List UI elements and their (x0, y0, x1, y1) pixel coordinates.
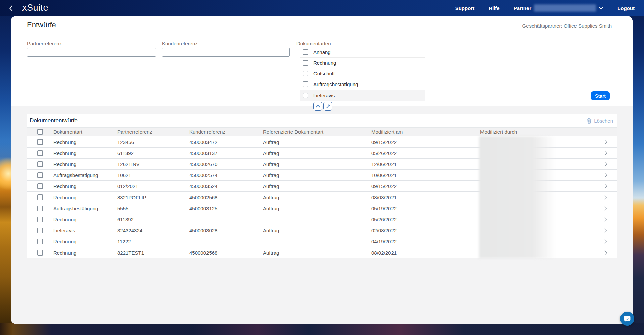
row-checkbox[interactable] (37, 161, 43, 167)
cell-dokumentart: Rechnung (53, 217, 117, 222)
chevron-down-icon (599, 7, 603, 10)
row-checkbox[interactable] (37, 172, 43, 178)
row-checkbox[interactable] (37, 239, 43, 244)
cell-referenzierte-dokumentart: Auftrag (263, 172, 371, 178)
chevron-right-icon (604, 239, 607, 244)
logout-link[interactable]: Logout (617, 5, 635, 11)
column-header-partnerreferenz: Partnerreferenz (117, 129, 189, 135)
table-row[interactable]: Rechnung61139205/26/2022 (27, 214, 617, 225)
delete-button-label: Löschen (594, 118, 613, 124)
chat-bubble-smile-icon (623, 315, 631, 323)
table-row[interactable]: Rechnung6113924500003137Auftrag05/26/202… (27, 148, 617, 159)
cell-partnerreferenz: 8321POFLIP (117, 194, 189, 200)
cell-dokumentart: Rechnung (53, 194, 117, 200)
chevron-left-icon (9, 5, 13, 11)
cell-dokumentart: Lieferavis (53, 228, 117, 233)
chat-launcher-button[interactable] (620, 312, 634, 326)
cell-partnerreferenz: 123456 (117, 139, 189, 145)
partner-name-redacted (534, 4, 596, 12)
cell-partnerreferenz: 611392 (117, 150, 189, 156)
doc-type-item[interactable]: Auftragsbestätigung (300, 79, 425, 90)
doc-type-label: Lieferavis (313, 93, 335, 98)
chevron-right-icon (604, 250, 607, 255)
cell-referenzierte-dokumentart: Auftrag (263, 150, 371, 156)
cell-kundenreferenz: 4500002568 (189, 194, 263, 200)
cell-partnerreferenz: 324324324 (117, 228, 189, 233)
main-panel: Entwürfe Geschäftspartner: Office Suppli… (11, 16, 633, 324)
cell-dokumentart: Rechnung (53, 150, 117, 156)
select-all-checkbox[interactable] (37, 129, 43, 135)
doc-type-item[interactable]: Rechnung (300, 58, 425, 68)
doc-type-checkbox[interactable] (303, 71, 308, 76)
chevron-right-icon (604, 162, 607, 167)
row-checkbox[interactable] (37, 206, 43, 211)
column-header-kundenreferenz: Kundenreferenz (189, 129, 263, 135)
partner-selector[interactable]: Partner (514, 4, 604, 12)
pin-filter-button[interactable] (323, 102, 332, 111)
cell-kundenreferenz: 4500002568 (189, 250, 263, 256)
cell-modifiziert-am: 08/02/2021 (371, 250, 480, 256)
doc-type-label: Auftragsbestätigung (313, 81, 358, 87)
cell-referenzierte-dokumentart: Auftrag (263, 139, 371, 145)
cell-referenzierte-dokumentart: Auftrag (263, 161, 371, 167)
cell-kundenreferenz: 4500003524 (189, 183, 263, 189)
table-row[interactable]: Rechnung8221TEST14500002568Auftrag08/02/… (27, 247, 617, 258)
table-row[interactable]: Auftragsbestätigung55554500003125Auftrag… (27, 203, 617, 214)
partner-reference-input[interactable] (27, 48, 156, 57)
cell-modifiziert-am: 10/06/2021 (371, 172, 480, 178)
table-row[interactable]: Rechnung1122204/19/2022 (27, 236, 617, 247)
column-header-modifiziert-am: Modifiziert am (371, 129, 480, 135)
row-checkbox[interactable] (37, 250, 43, 256)
filter-bar: Entwürfe Geschäftspartner: Office Suppli… (11, 16, 633, 106)
chevron-right-icon (604, 217, 607, 222)
collapse-filter-button[interactable] (313, 102, 322, 111)
row-checkbox[interactable] (37, 194, 43, 200)
cell-dokumentart: Auftragsbestätigung (53, 172, 117, 178)
table-row[interactable]: Lieferavis3243243244500003028Auftrag02/0… (27, 225, 617, 236)
table-title: Dokumententwürfe (30, 117, 78, 124)
cell-kundenreferenz: 4500003028 (189, 228, 263, 233)
doc-type-checkbox[interactable] (303, 81, 308, 87)
row-checkbox[interactable] (37, 228, 43, 233)
table-row[interactable]: Rechnung1234564500003472Auftrag09/15/202… (27, 136, 617, 148)
cell-dokumentart: Rechnung (53, 161, 117, 167)
table-row[interactable]: Rechnung012/20214500003524Auftrag09/15/2… (27, 181, 617, 192)
doc-type-item[interactable]: Lieferavis (300, 90, 425, 101)
cell-dokumentart: Rechnung (53, 183, 117, 189)
top-navigation-bar: xSuite Support Hilfe Partner Logout (0, 0, 644, 16)
cell-referenzierte-dokumentart: Auftrag (263, 228, 371, 233)
cell-modifiziert-am: 08/03/2021 (371, 194, 480, 200)
drafts-table: Dokumententwürfe Löschen Dokumentart Par… (27, 114, 617, 258)
cell-modifiziert-am: 12/06/2021 (371, 161, 480, 167)
delete-button[interactable]: Löschen (587, 118, 613, 124)
chevron-up-icon (316, 105, 320, 108)
cell-referenzierte-dokumentart: Auftrag (263, 250, 371, 256)
doc-type-item[interactable]: Gutschrift (300, 68, 425, 79)
doc-type-item[interactable]: Anhang (300, 47, 425, 58)
chevron-right-icon (604, 139, 607, 145)
top-nav-links: Support Hilfe Partner Logout (455, 0, 635, 16)
doc-type-checkbox[interactable] (303, 93, 308, 98)
back-button[interactable] (9, 5, 15, 11)
row-checkbox[interactable] (37, 150, 43, 156)
row-checkbox[interactable] (37, 183, 43, 189)
customer-reference-input[interactable] (162, 48, 290, 57)
page-title: Entwürfe (27, 21, 56, 30)
start-button[interactable]: Start (591, 91, 610, 100)
row-checkbox[interactable] (37, 139, 43, 145)
support-link[interactable]: Support (455, 5, 475, 11)
xsuite-logo: xSuite (22, 3, 48, 13)
row-checkbox[interactable] (37, 217, 43, 222)
help-link[interactable]: Hilfe (489, 5, 500, 11)
doc-type-checkbox[interactable] (303, 60, 308, 66)
cell-dokumentart: Rechnung (53, 239, 117, 244)
cell-referenzierte-dokumentart: Auftrag (263, 183, 371, 189)
table-row[interactable]: Auftragsbestätigung106214500002574Auftra… (27, 170, 617, 181)
doc-type-label: Rechnung (313, 60, 336, 66)
table-row[interactable]: Rechnung8321POFLIP4500002568Auftrag08/03… (27, 192, 617, 203)
cell-kundenreferenz: 4500003125 (189, 206, 263, 211)
cell-kundenreferenz: 4500003472 (189, 139, 263, 145)
cell-dokumentart: Auftragsbestätigung (53, 206, 117, 211)
table-row[interactable]: Rechnung12621INV4500002670Auftrag12/06/2… (27, 159, 617, 170)
doc-type-checkbox[interactable] (303, 49, 308, 55)
